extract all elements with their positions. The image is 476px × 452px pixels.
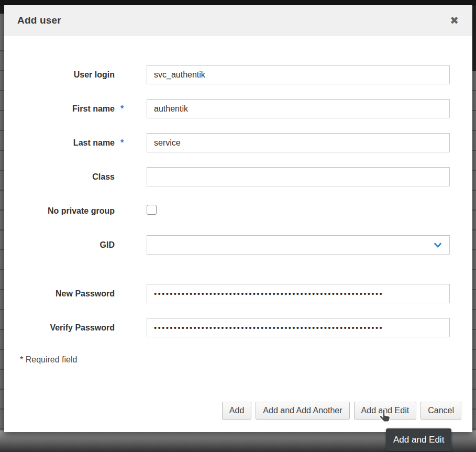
required-asterisk: * — [115, 138, 147, 148]
backdrop-top-right — [472, 6, 476, 71]
required-field-note: * Required field — [20, 355, 472, 365]
verify-password-input[interactable] — [147, 318, 450, 337]
backdrop-top-left — [0, 6, 4, 14]
no-private-group-label: No private group — [20, 206, 115, 216]
field-row-verify-password: Verify Password — [20, 318, 472, 337]
add-button[interactable]: Add — [222, 402, 251, 420]
last-name-label: Last name — [20, 138, 115, 148]
add-and-add-another-button[interactable]: Add and Add Another — [256, 402, 349, 420]
gid-label: GID — [20, 240, 115, 250]
user-login-input[interactable] — [147, 65, 450, 84]
class-input[interactable] — [147, 167, 450, 186]
field-row-class: Class — [20, 167, 472, 186]
first-name-input[interactable] — [147, 99, 450, 118]
dialog-header: Add user ✖ — [4, 5, 472, 36]
field-row-user-login: User login — [20, 65, 472, 84]
add-and-edit-tooltip: Add and Edit — [386, 428, 451, 451]
verify-password-label: Verify Password — [20, 323, 115, 333]
section-spacer — [20, 269, 472, 284]
last-name-input[interactable] — [147, 133, 450, 152]
first-name-label: First name — [20, 104, 115, 114]
field-row-gid: GID — [20, 235, 472, 255]
field-row-no-private-group: No private group — [20, 201, 472, 221]
field-row-first-name: First name * — [20, 99, 472, 118]
dialog-body: User login First name * Last name * Clas… — [4, 36, 472, 365]
close-icon[interactable]: ✖ — [450, 15, 459, 26]
dialog-title: Add user — [17, 15, 61, 26]
user-login-label: User login — [20, 70, 115, 80]
add-and-edit-button[interactable]: Add and Edit — [354, 402, 417, 420]
gid-select[interactable] — [147, 235, 450, 255]
no-private-group-checkbox[interactable] — [147, 205, 157, 215]
new-password-input[interactable] — [147, 284, 450, 303]
field-row-new-password: New Password — [20, 284, 472, 303]
dialog-footer: Add Add and Add Another Add and Edit Can… — [222, 402, 461, 420]
tooltip-text: Add and Edit — [393, 435, 444, 445]
class-label: Class — [20, 172, 115, 182]
new-password-label: New Password — [20, 289, 115, 299]
field-row-last-name: Last name * — [20, 133, 472, 152]
required-asterisk: * — [115, 104, 147, 114]
add-user-dialog: Add user ✖ User login First name * Last … — [4, 5, 472, 432]
cancel-button[interactable]: Cancel — [420, 402, 461, 420]
